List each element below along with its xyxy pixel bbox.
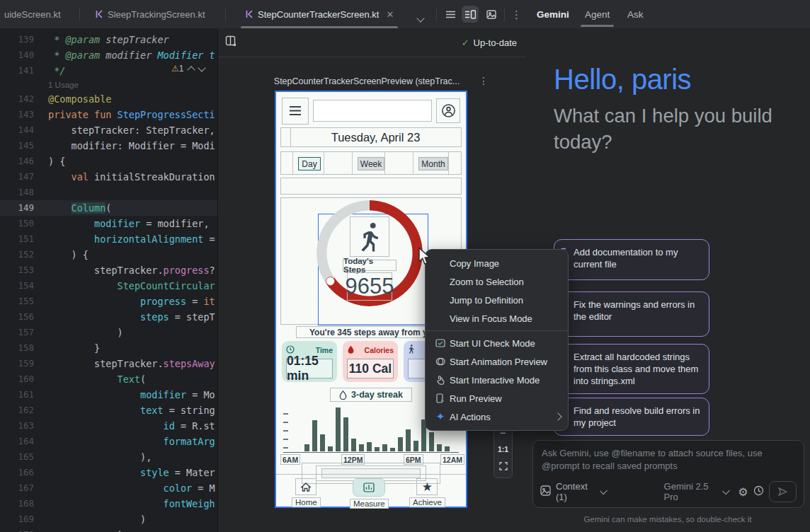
nav-item-home[interactable]: Home — [292, 478, 321, 507]
line-number: 149 — [0, 200, 48, 216]
line-number: 156 — [0, 309, 48, 325]
code-line[interactable]: 160 Text( — [0, 371, 217, 387]
gemini-input-placeholder: Ask Gemini, use @filename to attach sour… — [542, 447, 794, 473]
context-dropdown[interactable]: Context (1) — [556, 481, 596, 502]
code-line[interactable]: 169 ) — [0, 511, 217, 527]
code-text: color = M — [48, 480, 217, 496]
close-icon[interactable]: ✕ — [386, 9, 394, 20]
prev-warning-icon[interactable] — [188, 66, 195, 74]
menu-item-zoom-to-selection[interactable]: Zoom to Selection — [426, 272, 568, 291]
line-number: 164 — [0, 434, 48, 449]
design-view-icon[interactable] — [483, 6, 500, 23]
code-line[interactable]: 146) { — [0, 154, 217, 169]
tab-ask[interactable]: Ask — [627, 0, 644, 28]
preview-title[interactable]: StepCounterTrackerScreenPreview (stepTra… — [261, 76, 473, 86]
menu-item-label: Copy Image — [450, 258, 499, 269]
code-line[interactable]: 163 id = R.st — [0, 418, 217, 434]
next-warning-icon[interactable] — [198, 64, 206, 71]
tab-week[interactable]: Week — [358, 157, 384, 170]
code-editor[interactable]: 139 * @param stepTracker140 * @param mod… — [0, 28, 218, 532]
suggestion-card[interactable]: Fix the warnings and errors in the edito… — [554, 291, 709, 337]
line-number: 154 — [0, 278, 48, 294]
warning-icon: ⚠ — [171, 64, 179, 74]
code-line[interactable]: 152 ) { — [0, 247, 217, 262]
suggestion-card[interactable]: Extract all hardcoded strings from this … — [554, 344, 709, 394]
nav-item-achieve[interactable]: ★Achieve — [409, 478, 445, 507]
line-number — [0, 79, 48, 91]
account-button[interactable] — [436, 98, 460, 123]
code-view-icon[interactable] — [442, 6, 459, 23]
code-line[interactable]: 157 ) — [0, 325, 217, 340]
code-line[interactable]: 166 style = Mater — [0, 465, 217, 480]
code-line[interactable]: 168 fontWeigh — [0, 496, 217, 511]
menu-item-start-ui-check-mode[interactable]: Start UI Check Mode — [426, 334, 568, 352]
code-text — [48, 185, 217, 200]
code-line[interactable]: 155 progress = it — [0, 294, 217, 309]
more-options-icon[interactable]: ⋮ — [511, 8, 522, 21]
code-text: val initialStreakDuration — [48, 169, 217, 185]
tab-month[interactable]: Month — [418, 157, 448, 170]
suggestion-card[interactable]: Find and resolve build errors in my proj… — [554, 398, 709, 436]
search-input[interactable] — [313, 100, 432, 122]
tab-day[interactable]: Day — [298, 157, 321, 170]
code-line[interactable]: 158 } — [0, 340, 217, 356]
line-number: 162 — [0, 403, 48, 418]
menu-button[interactable] — [282, 98, 309, 125]
menu-item-jump-to-definition[interactable]: Jump to Definition — [426, 291, 568, 309]
code-line[interactable]: 151 horizontalAlignment = — [0, 231, 217, 247]
code-line[interactable]: 156 steps = stepT — [0, 309, 217, 325]
preview-options-icon[interactable]: ⋮ — [479, 75, 489, 86]
nav-item-measure[interactable]: Measure — [350, 478, 389, 509]
code-line[interactable]: 161 modifier = Mo — [0, 387, 217, 403]
menu-item-view-in-focus-mode[interactable]: View in Focus Mode — [426, 309, 568, 328]
code-lines: 139 * @param stepTracker140 * @param mod… — [0, 32, 217, 532]
code-line[interactable]: 147 val initialStreakDuration — [0, 169, 217, 185]
code-line[interactable]: 144 stepTracker: StepTracker, — [0, 122, 217, 138]
code-line[interactable]: 167 color = M — [0, 480, 217, 496]
code-line[interactable]: 165 ), — [0, 449, 217, 465]
tab-guidescreen[interactable]: uideScreen.kt — [0, 0, 68, 28]
code-line[interactable]: 153 stepTracker.progress? — [0, 262, 217, 278]
code-line[interactable]: 149 Column( — [0, 200, 217, 216]
line-number: 141 — [0, 63, 48, 79]
menu-item-start-interactive-mode[interactable]: Start Interactive Mode — [426, 371, 568, 389]
code-line[interactable]: 170 ) — [0, 527, 217, 532]
code-line[interactable]: 150 modifier = modifier, — [0, 216, 217, 231]
code-line[interactable]: 145 modifier: Modifier = Modi — [0, 138, 217, 154]
code-line[interactable]: 139 * @param stepTracker — [0, 32, 217, 47]
tab-stepcountertrackerscreen[interactable]: StepCounterTrackerScreen.kt ✕ — [238, 0, 401, 28]
menu-item-start-animation-preview[interactable]: Start Animation Preview — [426, 352, 568, 371]
code-line[interactable]: 164 formatArg — [0, 434, 217, 449]
gear-icon[interactable]: ⚙ — [738, 485, 748, 499]
menu-item-run-preview[interactable]: Run Preview — [426, 389, 568, 407]
menu-item-copy-image[interactable]: Copy Image — [426, 254, 568, 272]
line-number: 158 — [0, 340, 48, 356]
send-button[interactable] — [769, 481, 797, 502]
code-line[interactable]: 1 Usage — [0, 79, 217, 91]
code-line[interactable]: 143private fun StepProgressSecti — [0, 107, 217, 122]
layout-grid-icon[interactable] — [225, 35, 237, 50]
chevron-down-icon[interactable] — [600, 487, 608, 495]
model-dropdown[interactable]: Gemini 2.5 Pro — [664, 481, 719, 502]
chevron-down-icon[interactable] — [722, 487, 730, 495]
tab-sleeptrackingscreen[interactable]: SleepTrackingScreen.kt — [88, 0, 212, 28]
split-view-icon[interactable] — [462, 6, 479, 23]
code-line[interactable]: 148 — [0, 185, 217, 200]
code-line[interactable]: 154 StepCountCircular — [0, 278, 217, 294]
tab-agent[interactable]: Agent — [585, 0, 610, 28]
steps-label-box: Today's Steps — [343, 260, 397, 271]
attach-image-icon[interactable] — [540, 485, 551, 498]
code-line[interactable]: 162 text = string — [0, 403, 217, 418]
fit-to-screen-icon[interactable] — [499, 461, 508, 473]
history-icon[interactable] — [753, 485, 764, 498]
context-menu: Copy ImageZoom to SelectionJump to Defin… — [425, 249, 569, 431]
gemini-input-box[interactable]: Ask Gemini, use @filename to attach sour… — [532, 440, 804, 508]
suggestion-card[interactable]: Add documentation to my current file — [554, 239, 709, 280]
code-line[interactable]: 142@Composable — [0, 91, 217, 107]
chevron-down-icon[interactable] — [418, 11, 423, 24]
code-line[interactable]: 159 stepTracker.stepsAway — [0, 356, 217, 371]
zoom-level[interactable]: 1:1 — [498, 445, 508, 453]
menu-item-ai-actions[interactable]: ✦AI Actions — [426, 407, 568, 426]
chart-bar — [429, 432, 434, 451]
inspection-widget[interactable]: ⚠1 — [166, 60, 210, 77]
